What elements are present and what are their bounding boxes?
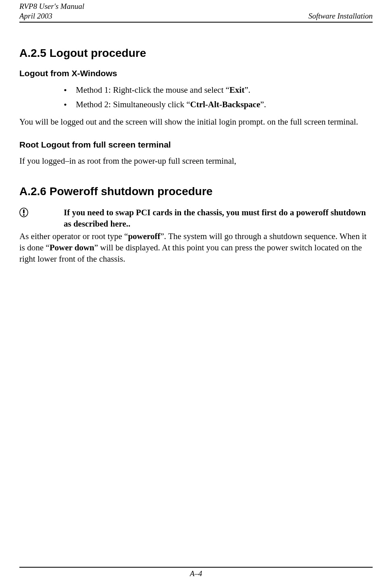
text: Method 2: Simultaneously click “ [76,100,190,109]
list-item: Method 2: Simultaneously click “Ctrl-Alt… [64,98,373,110]
header-date: April 2003 [19,12,52,20]
text: Method 1: Right-click the mouse and sele… [76,85,229,95]
subheading-root-logout: Root Logout from full screen terminal [19,140,373,150]
page-footer: A–4 [19,567,373,578]
bold-text: Ctrl-Alt-Backspace [190,100,260,109]
paragraph: You will be logged out and the screen wi… [19,116,373,127]
paragraph: If you logged–in as root from the power-… [19,155,373,167]
svg-rect-1 [23,210,25,214]
page: RVP8 User's Manual April 2003 Software I… [0,0,392,587]
note-text: If you need to swap PCI cards in the cha… [64,207,373,230]
svg-point-2 [23,214,25,216]
bullet-list: Method 1: Right-click the mouse and sele… [19,84,373,111]
list-item: Method 1: Right-click the mouse and sele… [64,84,373,96]
page-number: A–4 [190,569,202,578]
text: ”. [244,85,250,95]
header-title: RVP8 User's Manual [19,2,84,10]
content: A.2.5 Logout procedure Logout from X-Win… [19,23,373,265]
caution-icon [19,207,64,217]
note-row: If you need to swap PCI cards in the cha… [19,207,373,230]
bold-text: poweroff [128,231,160,241]
bold-text: Exit [229,85,244,95]
heading-a25: A.2.5 Logout procedure [19,47,373,60]
subheading-logout-x: Logout from X-Windows [19,69,373,78]
text: ”. [260,100,266,109]
page-header: RVP8 User's Manual April 2003 Software I… [19,0,373,23]
header-left: RVP8 User's Manual April 2003 [19,2,84,21]
header-right: Software Installation [309,11,373,21]
paragraph: As either operator or root type “powerof… [19,231,373,265]
bold-text: Power down [50,243,94,252]
text: As either operator or root type “ [19,231,128,241]
heading-a26: A.2.6 Poweroff shutdown procedure [19,185,373,198]
